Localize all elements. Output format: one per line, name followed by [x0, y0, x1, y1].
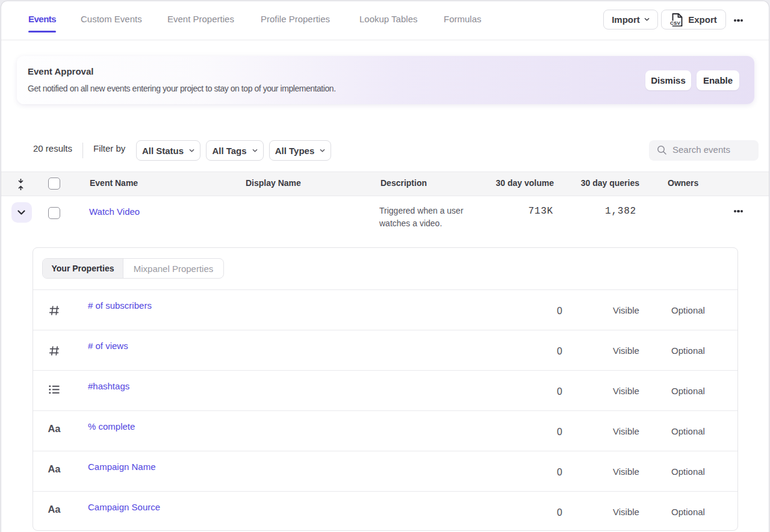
- svg-text:CSV: CSV: [670, 20, 681, 26]
